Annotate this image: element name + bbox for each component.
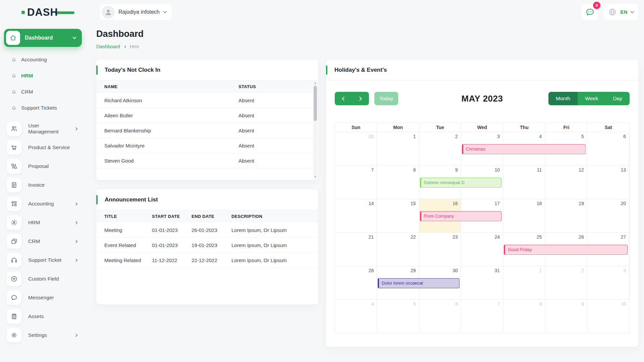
sidebar-item-label: Invoice bbox=[28, 182, 77, 188]
calendar-event-good-friday[interactable]: Good Friday bbox=[504, 245, 628, 255]
app-logo[interactable]: DASH bbox=[21, 6, 58, 19]
calendar-day-cell[interactable]: 6 bbox=[587, 132, 629, 165]
sidebar-subitem-crm[interactable]: CRM bbox=[4, 84, 82, 100]
calendar-day-cell[interactable]: 19 bbox=[545, 199, 587, 232]
messages-button[interactable]: 0 bbox=[582, 4, 598, 20]
sidebar-item-hrm[interactable]: HRM bbox=[4, 213, 82, 232]
calendar-day-cell[interactable]: 7 bbox=[461, 300, 503, 333]
dow-sat: Sat bbox=[588, 123, 629, 132]
sidebar-item-custom-field[interactable]: Custom Field bbox=[4, 269, 82, 288]
cell-start-date: 01-01-2023 bbox=[152, 227, 192, 233]
day-number: 2 bbox=[581, 268, 584, 273]
day-number: 24 bbox=[495, 234, 500, 240]
day-number: 7 bbox=[371, 167, 374, 173]
sidebar-item-accounting[interactable]: Accounting bbox=[4, 194, 82, 213]
calendar-day-cell[interactable]: 1 bbox=[377, 132, 419, 165]
calendar-day-cell[interactable]: 20 bbox=[587, 199, 629, 232]
logo-dot-icon bbox=[21, 11, 25, 14]
calendar-day-cell[interactable]: 28 bbox=[335, 266, 377, 299]
sidebar-item-invoice[interactable]: Invoice bbox=[4, 176, 82, 194]
calendar-event-dolor-lorem-occaecat[interactable]: Dolor lorem occaecat bbox=[378, 278, 460, 288]
breadcrumb-dashboard-link[interactable]: Dashboard bbox=[96, 44, 120, 49]
chevron-left-icon bbox=[342, 97, 346, 101]
day-number: 30 bbox=[452, 268, 458, 273]
day-number: 6 bbox=[623, 134, 626, 139]
calendar-day-cell[interactable]: 2 bbox=[419, 132, 461, 165]
calendar-day-cell[interactable]: 23 bbox=[419, 233, 461, 266]
view-month-button[interactable]: Month bbox=[548, 92, 578, 105]
sidebar-item-assets[interactable]: Assets bbox=[4, 307, 82, 326]
calendar-week-row: 14151617181920From Company bbox=[335, 199, 629, 233]
calendar-day-cell[interactable]: 18 bbox=[503, 199, 545, 232]
calendar-day-cell[interactable]: 3 bbox=[587, 266, 629, 299]
today-button[interactable]: Today bbox=[374, 92, 398, 105]
calendar-event-from-company[interactable]: From Company bbox=[420, 211, 502, 221]
sidebar-item-product-service[interactable]: Product & Service bbox=[4, 138, 82, 157]
sidebar-item-crm[interactable]: CRM bbox=[4, 232, 82, 251]
day-number: 19 bbox=[579, 201, 584, 206]
cell-end-date: 22-12-2022 bbox=[192, 257, 231, 263]
sidebar-item-dashboard[interactable]: Dashboard bbox=[4, 29, 82, 47]
sidebar-item-label: User Management bbox=[28, 123, 68, 135]
dow-thu: Thu bbox=[503, 123, 545, 132]
calendar-day-cell[interactable]: 5 bbox=[377, 300, 419, 333]
calendar-week-row: 21222324252627Good Friday bbox=[335, 233, 629, 266]
language-selector[interactable]: EN bbox=[603, 4, 638, 20]
calendar-event-dolores-consequat-d[interactable]: Dolores consequat D bbox=[420, 178, 502, 188]
scrollbar-thumb[interactable] bbox=[314, 86, 317, 121]
chevron-right-icon bbox=[74, 202, 78, 205]
sidebar-subitem-label: HRM bbox=[21, 73, 33, 79]
calendar-day-cell[interactable]: 31 bbox=[461, 266, 503, 299]
calendar-nav-group bbox=[335, 92, 369, 105]
table-row: Meeting01-01-202326-01-2023Lorem Ipsum, … bbox=[96, 223, 318, 238]
calendar-day-cell[interactable]: 14 bbox=[335, 199, 377, 232]
calendar-day-cell[interactable]: 9 bbox=[545, 300, 587, 333]
sidebar-subitem-hrm[interactable]: HRM bbox=[4, 68, 82, 84]
sidebar-item-proposal[interactable]: Proposal bbox=[4, 157, 82, 176]
sidebar-subitem-accounting[interactable]: Accounting bbox=[4, 52, 82, 68]
sidebar-item-settings[interactable]: Settings bbox=[4, 326, 82, 345]
company-selector[interactable]: Rajodiya infotech bbox=[99, 4, 172, 20]
calendar-day-cell[interactable]: 2 bbox=[545, 266, 587, 299]
announcement-body: Meeting01-01-202326-01-2023Lorem Ipsum, … bbox=[96, 223, 318, 268]
prev-month-button[interactable] bbox=[335, 92, 352, 105]
calendar-day-cell[interactable]: 21 bbox=[335, 233, 377, 266]
cart-icon bbox=[7, 140, 21, 155]
sidebar-item-user-management[interactable]: User Management bbox=[4, 119, 82, 138]
scroll-up-arrow[interactable]: ▲ bbox=[313, 81, 317, 85]
calendar-day-cell[interactable]: 1 bbox=[503, 266, 545, 299]
sidebar-item-label: Messenger bbox=[28, 295, 77, 301]
scrollbar[interactable]: ▲ ▼ bbox=[313, 81, 317, 179]
day-number: 4 bbox=[539, 134, 542, 139]
cell-name: Steven Good bbox=[96, 158, 238, 164]
day-number: 4 bbox=[371, 301, 374, 307]
view-day-button[interactable]: Day bbox=[605, 92, 630, 105]
sidebar-item-support-ticket[interactable]: Support Ticket bbox=[4, 251, 82, 269]
next-month-button[interactable] bbox=[352, 92, 369, 105]
calendar-day-cell[interactable]: 7 bbox=[335, 166, 377, 199]
calendar-day-cell[interactable]: 8 bbox=[503, 300, 545, 333]
calendar-day-cell[interactable]: 24 bbox=[461, 233, 503, 266]
day-number: 6 bbox=[455, 301, 458, 307]
cell-title: Event Related bbox=[96, 242, 152, 248]
calendar-day-cell[interactable]: 4 bbox=[335, 300, 377, 333]
card-header: Today's Not Clock In bbox=[96, 60, 318, 80]
calendar-day-cell[interactable]: 12 bbox=[545, 166, 587, 199]
sidebar-item-label: Custom Field bbox=[28, 276, 77, 282]
calendar-day-cell[interactable]: 8 bbox=[377, 166, 419, 199]
scroll-down-arrow[interactable]: ▼ bbox=[313, 175, 317, 179]
calendar-day-cell[interactable]: 13 bbox=[587, 166, 629, 199]
calendar-day-cell[interactable]: 30 bbox=[335, 132, 377, 165]
cell-name: Aileen Butler bbox=[96, 113, 238, 118]
sidebar-subitem-support-tickets[interactable]: Support Tickets bbox=[4, 100, 82, 116]
calendar-day-cell[interactable]: 15 bbox=[377, 199, 419, 232]
view-week-button[interactable]: Week bbox=[578, 92, 605, 105]
sidebar-item-messenger[interactable]: Messenger bbox=[4, 288, 82, 307]
calendar-toolbar: Today MAY 2023 MonthWeekDay bbox=[335, 92, 630, 105]
calendar-day-cell[interactable]: 22 bbox=[377, 233, 419, 266]
calendar-event-christmas[interactable]: Christmas bbox=[462, 144, 586, 154]
calendar-day-cell[interactable]: 11 bbox=[503, 166, 545, 199]
calendar-day-cell[interactable]: 10 bbox=[588, 300, 629, 333]
calendar-week-row: 78910111213Dolores consequat D bbox=[335, 166, 629, 199]
calendar-day-cell[interactable]: 6 bbox=[419, 300, 461, 333]
